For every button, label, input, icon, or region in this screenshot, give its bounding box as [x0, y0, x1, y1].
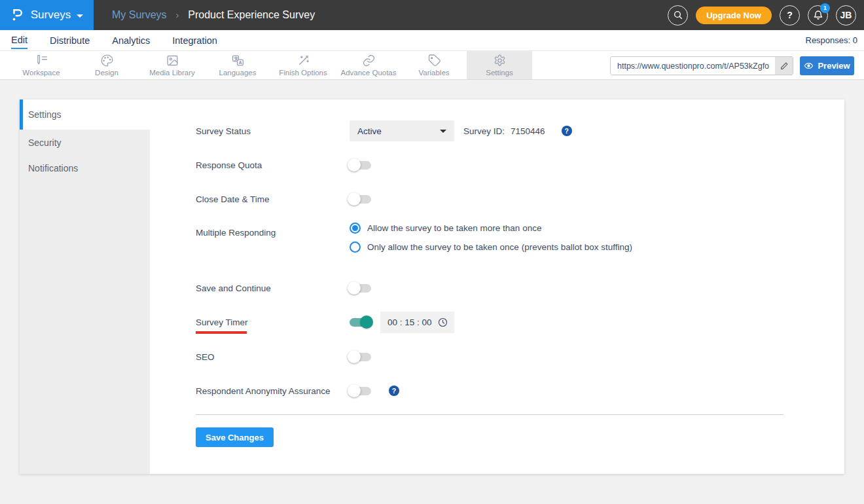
product-switcher[interactable]: Surveys: [0, 0, 94, 30]
multiple-responding-options: Allow the survey to be taken more than o…: [350, 223, 632, 253]
toggle-knob: [348, 350, 361, 363]
survey-status-value: Active: [357, 126, 382, 136]
toolbar-item-media-library[interactable]: Media Library: [139, 51, 205, 79]
tab-analytics[interactable]: Analytics: [112, 32, 150, 48]
chevron-down-icon: [440, 130, 446, 133]
tab-edit[interactable]: Edit: [11, 31, 27, 49]
toggle-knob: [348, 158, 361, 171]
sidebar-item-security[interactable]: Security: [20, 130, 150, 155]
preview-button[interactable]: Preview: [800, 56, 854, 75]
seo-toggle[interactable]: [350, 353, 371, 361]
notification-count-badge: 1: [820, 3, 830, 13]
header-actions: Upgrade Now ? 1 JB: [668, 0, 856, 30]
anonymity-label: Respondent Anonymity Assurance: [196, 386, 350, 396]
toolbar-item-design[interactable]: Design: [74, 51, 139, 79]
radio-option-allow-multiple[interactable]: Allow the survey to be taken more than o…: [350, 223, 632, 234]
toolbar-item-languages[interactable]: 文 A Languages: [205, 51, 270, 79]
survey-id-help-icon[interactable]: ?: [562, 126, 572, 136]
tag-icon: [427, 54, 441, 67]
section-divider: [196, 414, 783, 415]
wand-icon: [297, 54, 310, 67]
svg-text:A: A: [238, 60, 242, 65]
breadcrumb-my-surveys[interactable]: My Surveys: [112, 9, 167, 21]
tab-distribute[interactable]: Distribute: [50, 32, 90, 48]
avatar[interactable]: JB: [836, 5, 856, 26]
anonymity-row: Respondent Anonymity Assurance ?: [196, 380, 844, 401]
pencil-icon: [780, 62, 789, 71]
settings-card: Settings Security Notifications Survey S…: [20, 99, 844, 474]
survey-id-group: Survey ID: 7150446 ?: [463, 126, 572, 136]
search-icon: [673, 10, 683, 20]
survey-status-label: Survey Status: [196, 126, 350, 136]
close-date-row: Close Date & Time: [196, 189, 844, 209]
survey-id-label: Survey ID:: [463, 126, 505, 136]
toolbar-item-advance-quotas[interactable]: Advance Quotas: [336, 51, 401, 79]
chevron-down-icon: [77, 14, 83, 18]
multiple-responding-label: Multiple Responding: [196, 228, 350, 238]
timer-value: 00 : 15 : 00: [387, 317, 432, 327]
page-title: Product Experience Survey: [188, 9, 315, 21]
product-name: Surveys: [31, 9, 71, 22]
anonymity-toggle[interactable]: [350, 387, 371, 395]
multiple-responding-row: Multiple Responding Allow the survey to …: [196, 223, 844, 264]
survey-timer-row: Survey Timer 00 : 15 : 00: [196, 312, 844, 333]
toolbar-item-settings[interactable]: Settings: [467, 51, 532, 79]
notifications-button[interactable]: 1: [808, 5, 828, 26]
response-quota-toggle[interactable]: [350, 161, 371, 170]
survey-url-field: [610, 56, 793, 75]
image-icon: [166, 54, 179, 67]
survey-id-value: 7150446: [511, 126, 545, 136]
svg-text:文: 文: [234, 56, 238, 61]
toggle-knob: [348, 384, 361, 397]
radio-option-only-once[interactable]: Only allow the survey to be taken once (…: [350, 242, 632, 253]
survey-timer-input[interactable]: 00 : 15 : 00: [380, 312, 454, 333]
sidebar-item-settings[interactable]: Settings: [20, 99, 150, 130]
tab-integration[interactable]: Integration: [172, 32, 217, 48]
survey-status-row: Survey Status Active Survey ID: 7150446 …: [196, 120, 844, 141]
workspace-icon: [35, 54, 48, 67]
response-quota-label: Response Quota: [196, 160, 350, 170]
save-continue-row: Save and Continue: [196, 278, 844, 298]
save-continue-toggle[interactable]: [350, 284, 371, 293]
toolbar-item-variables[interactable]: Variables: [401, 51, 467, 79]
upgrade-now-button[interactable]: Upgrade Now: [696, 7, 772, 24]
clock-icon: [437, 317, 448, 328]
seo-label: SEO: [196, 352, 350, 362]
edit-toolbar: Workspace Design Media Library 文 A Langu…: [0, 51, 864, 80]
sidebar-item-notifications[interactable]: Notifications: [20, 155, 150, 181]
survey-url-input[interactable]: [611, 57, 775, 75]
settings-sidebar: Settings Security Notifications: [20, 99, 150, 474]
edit-url-button[interactable]: [775, 57, 793, 75]
toggle-knob: [348, 281, 361, 295]
eye-icon: [804, 61, 814, 71]
breadcrumb-separator: ›: [176, 10, 179, 20]
toolbar-item-workspace[interactable]: Workspace: [9, 51, 74, 79]
settings-content: Survey Status Active Survey ID: 7150446 …: [150, 99, 844, 474]
anonymity-help-icon[interactable]: ?: [389, 386, 399, 396]
survey-timer-label: Survey Timer: [196, 317, 350, 327]
seo-row: SEO: [196, 346, 844, 367]
responses-count: Responses: 0: [806, 35, 858, 45]
toolbar-item-finish-options[interactable]: Finish Options: [270, 51, 336, 79]
help-button[interactable]: ?: [780, 5, 800, 26]
questionpro-logo-icon: [10, 7, 25, 23]
breadcrumb: My Surveys › Product Experience Survey: [112, 9, 315, 21]
top-header-bar: Surveys My Surveys › Product Experience …: [0, 0, 864, 30]
palette-icon: [100, 54, 114, 67]
survey-timer-toggle[interactable]: [350, 318, 371, 327]
search-button[interactable]: [668, 5, 688, 26]
translate-icon: 文 A: [231, 54, 245, 67]
survey-status-select[interactable]: Active: [350, 120, 454, 141]
radio-unselected-icon: [350, 242, 361, 253]
red-annotation-underline: [196, 331, 247, 334]
save-changes-button[interactable]: Save Changes: [196, 427, 274, 447]
close-date-label: Close Date & Time: [196, 194, 350, 204]
toggle-knob: [360, 315, 373, 329]
survey-nav-tabs: Edit Distribute Analytics Integration Re…: [0, 30, 864, 51]
radio-selected-icon: [350, 223, 361, 234]
toggle-knob: [348, 192, 361, 206]
close-date-toggle[interactable]: [350, 195, 371, 204]
link-icon: [362, 54, 376, 67]
gear-icon: [493, 54, 507, 67]
response-quota-row: Response Quota: [196, 154, 844, 175]
